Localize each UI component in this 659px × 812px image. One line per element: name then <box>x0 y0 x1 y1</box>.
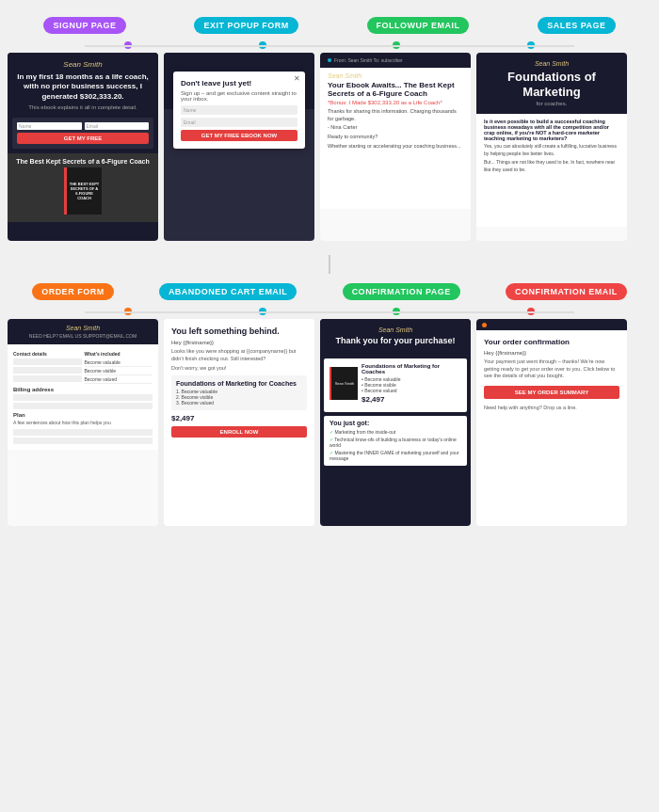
order-billing-field1[interactable] <box>13 394 153 401</box>
signup-page-card: Sean Smith In my first 18 months as a li… <box>8 53 158 241</box>
followup-brand: Sean Smith <box>328 72 463 79</box>
signup-subtext: This ebook explains it all in complete d… <box>15 104 151 110</box>
label-exit-popup: EXIT POPUP FORM <box>194 17 297 34</box>
abandoned-greeting: Hey {{firstname}} <box>171 340 307 345</box>
abandoned-cart-card: You left something behind. Hey {{firstna… <box>164 319 314 526</box>
sales-sub: for coaches. <box>484 101 619 106</box>
exit-popup-email-field[interactable]: Email <box>181 118 297 127</box>
confirm-product-info: Foundations of Marketing for Coaches Bec… <box>362 363 461 404</box>
confirm-headline: Thank you for your purchase! <box>328 336 463 347</box>
signup-book-cover-text: THE BEST KEPT SECRETS OF A 6-FIGURE COAC… <box>69 182 100 201</box>
order-plan-field[interactable] <box>13 429 153 436</box>
order-columns: Contact details What's included Become v… <box>13 348 153 384</box>
confirm-product-section: Sean Smith Foundations of Marketing for … <box>324 358 467 412</box>
signup-headline: In my first 18 months as a life coach, w… <box>15 72 151 102</box>
sales-answer1: Yes, you can absolutely still create a f… <box>484 143 619 157</box>
order-contact-title: Contact details <box>13 351 82 357</box>
order-billing-title: Billing address <box>13 387 153 392</box>
label-confirmation-email: CONFIRMATION EMAIL <box>506 283 627 300</box>
confirmation-page-card: Sean Smith Thank you for your purchase! … <box>320 319 471 526</box>
label-sales: SALES PAGE <box>538 17 615 34</box>
followup-red-text: *Bonus: I Made $302,333.20 as a Life Coa… <box>328 100 463 105</box>
confirm-you-got-title: You just got: <box>330 420 461 426</box>
conf-email-body-text: Your payment just went through – thanks!… <box>484 358 619 380</box>
abandoned-cta-button[interactable]: ENROLL NOW <box>171 426 307 438</box>
sales-question: Is it even possible to build a successfu… <box>484 119 619 141</box>
signup-form-row1: Name Email <box>17 122 149 130</box>
abandoned-price: $2,497 <box>171 414 307 422</box>
confirm-book-thumb-text: Sean Smith <box>335 381 355 386</box>
order-included-item2: Become visible <box>85 367 153 375</box>
abandoned-product-title: Foundations of Marketing for Coaches <box>176 380 302 387</box>
signup-form[interactable]: Name Email GET MY FREE <box>12 118 153 149</box>
order-included-list: Become valuable Become visible Become va… <box>85 358 153 384</box>
order-billing-field2[interactable] <box>13 403 153 409</box>
confirm-you-got-section: You just got: Marketing from the inside-… <box>324 416 467 466</box>
confirm-book-thumb: Sean Smith <box>330 367 358 400</box>
exit-popup-overlay: ✕ Don't leave just yet! Sign up – and ge… <box>173 72 305 149</box>
followup-ebook-title: Your Ebook Awaits... The Best Kept Secre… <box>328 81 463 98</box>
conf-email-body: Your order confirmation Hey {{firstname}… <box>476 330 627 418</box>
order-included-item1: Become valuable <box>85 358 153 367</box>
order-form-body: Contact details What's included Become v… <box>8 344 158 450</box>
confirm-product-name: Foundations of Marketing for Coaches <box>362 363 461 374</box>
signup-book-section: The Best Kept Secrets of a 6-Figure Coac… <box>8 153 158 222</box>
followup-body3: Ready to community? <box>328 134 463 141</box>
followup-body1: Thanks for sharing this information. Cha… <box>328 108 463 122</box>
followup-dot <box>328 58 331 62</box>
exit-popup-sub: Sign up – and get exclusive content stra… <box>181 90 297 102</box>
exit-popup-name-field[interactable]: Name <box>181 105 297 115</box>
top-cards-row: Sean Smith In my first 18 months as a li… <box>0 53 659 250</box>
popup-close-icon[interactable]: ✕ <box>294 74 300 83</box>
signup-name-field[interactable]: Name <box>17 122 82 130</box>
confirmation-email-card: Your order confirmation Hey {{firstname}… <box>476 319 627 526</box>
order-included-item3: Become valued <box>85 375 153 384</box>
order-plan-title: Plan <box>13 412 153 418</box>
sales-body: Is it even possible to build a successfu… <box>476 114 627 227</box>
confirm-got-item2: Technical know-ofs of building a busines… <box>330 436 461 449</box>
order-contact-field3[interactable] <box>13 375 82 382</box>
signup-book-title: The Best Kept Secrets of a 6-Figure Coac… <box>12 158 153 165</box>
order-brand: Sean Smith <box>15 325 151 331</box>
conf-email-help-text: Need help with anything? Drop us a line. <box>484 405 619 410</box>
signup-brand: Sean Smith <box>15 60 151 69</box>
sales-title: Foundations of Marketing <box>484 70 619 99</box>
exit-popup-cta-button[interactable]: GET MY FREE EBOOK NOW <box>181 130 297 141</box>
label-order-form: ORDER FORM <box>32 283 114 300</box>
followup-body4: Whether starting or accelerating your co… <box>328 143 463 151</box>
conf-email-greeting: Hey {{firstname}} <box>484 350 619 356</box>
conf-email-cta-button[interactable]: SEE MY ORDER SUMMARY <box>484 386 619 399</box>
confirm-got-item3: Mastering the INNER GAME of marketing yo… <box>330 449 461 462</box>
confirm-product-row: Sean Smith Foundations of Marketing for … <box>330 363 461 404</box>
signup-cta-button[interactable]: GET MY FREE <box>17 133 149 144</box>
confirm-product-list: Become valuable Become visible Become va… <box>362 376 461 393</box>
conf-email-dot <box>482 323 487 327</box>
order-form-header: Sean Smith NEED HELP? EMAIL US SUPPORT@E… <box>8 319 158 344</box>
sales-header: Sean Smith Foundations of Marketing for … <box>476 53 627 114</box>
exit-popup-title: Don't leave just yet! <box>181 79 297 88</box>
confirm-got-item1: Marketing from the inside-out <box>330 428 461 436</box>
followup-email-card: From: Sean Smith To: subscriber Sean Smi… <box>320 53 471 241</box>
order-included-title: What's included <box>85 351 153 357</box>
confirm-item3: Become valued <box>362 388 461 393</box>
bottom-labels-row: ORDER FORM ABANDONED CART EMAIL CONFIRMA… <box>0 279 659 308</box>
order-contact-field2[interactable] <box>13 367 82 374</box>
label-signup: SIGNUP PAGE <box>43 17 125 34</box>
top-labels-row: SIGNUP PAGE EXIT POPUP FORM FOLLOWUP EMA… <box>0 0 659 41</box>
followup-to-line: From: Sean Smith To: subscriber <box>334 57 403 63</box>
order-contact-field1[interactable] <box>13 358 82 365</box>
sales-page-card: Sean Smith Foundations of Marketing for … <box>476 53 627 241</box>
signup-email-field[interactable]: Email <box>85 122 150 130</box>
order-support-text: NEED HELP? EMAIL US SUPPORT@EMAIL.COM <box>15 333 151 339</box>
exit-popup-card: ✕ Don't leave just yet! Sign up – and ge… <box>164 53 314 241</box>
confirm-page-header: Sean Smith Thank you for your purchase! <box>320 319 471 355</box>
confirm-brand: Sean Smith <box>328 326 463 333</box>
signup-header: Sean Smith In my first 18 months as a li… <box>8 53 158 118</box>
bottom-cards-row: Sean Smith NEED HELP? EMAIL US SUPPORT@E… <box>0 319 659 545</box>
order-plan-field2[interactable] <box>13 438 153 444</box>
followup-body2: - Nina Carter <box>328 124 463 132</box>
followup-email-header: From: Sean Smith To: subscriber <box>320 53 471 68</box>
abandoned-headline: You left something behind. <box>171 326 307 336</box>
sales-answer2: But... Things are not like they used to … <box>484 159 619 173</box>
conf-email-top-bar <box>476 319 627 330</box>
